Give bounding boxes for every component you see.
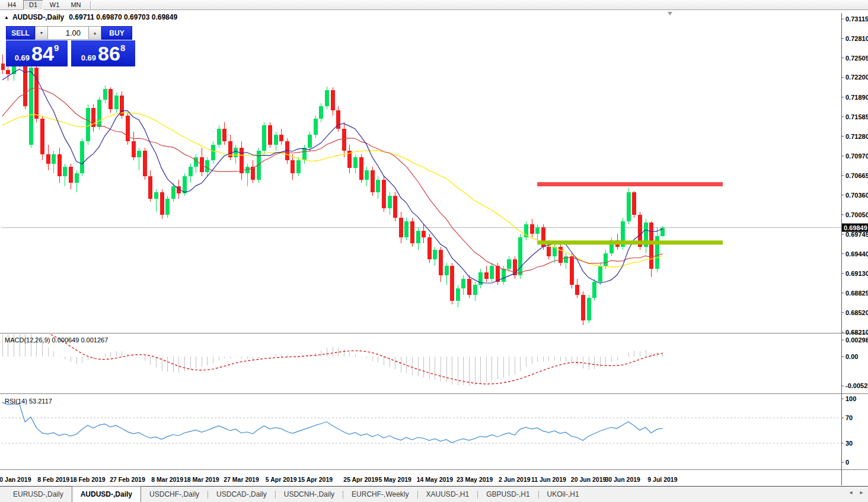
timeframe-button-mn[interactable]: MN <box>66 0 86 10</box>
buy-price-big: 86 <box>98 42 120 65</box>
chart-tab-usdcad-daily[interactable]: USDCAD-,Daily <box>208 487 275 502</box>
chevron-up-icon: ▲ <box>93 31 97 35</box>
volume-increase-button[interactable]: ▲ <box>88 26 101 40</box>
chart-title: ▲ AUDUSD-,Daily 0.69711 0.69870 0.69703 … <box>4 13 177 21</box>
chart-tab-ukoil-h1[interactable]: UKOil-,H1 <box>539 487 588 502</box>
price-axis[interactable] <box>842 11 868 469</box>
collapse-panel-arrow-icon[interactable]: ▲ <box>4 15 9 20</box>
chart-tabs: EURUSD-,DailyAUDUSD-,DailyUSDCHF-,DailyU… <box>5 487 588 502</box>
chart-tab-xauusd-h1[interactable]: XAUUSD-,H1 <box>418 487 478 502</box>
sell-price-pip: 9 <box>54 43 59 53</box>
volume-input[interactable] <box>48 26 88 40</box>
volume-decrease-button[interactable]: ▼ <box>35 26 48 40</box>
chart-tab-eurusd-daily[interactable]: EURUSD-,Daily <box>5 487 72 502</box>
chart-tab-gbpusd-h1[interactable]: GBPUSD-,H1 <box>478 487 538 502</box>
rsi-label: RSI(14) 53.2117 <box>5 398 52 405</box>
chart-tab-audusd-daily[interactable]: AUDUSD-,Daily <box>72 486 141 502</box>
chart-symbol-label: AUDUSD-,Daily <box>12 13 64 21</box>
buy-price-prefix: 0.69 <box>81 53 96 62</box>
chart-background <box>0 10 868 486</box>
buy-price-pip: 8 <box>120 43 125 53</box>
timeframe-toolbar: H4D1W1MN <box>0 0 868 10</box>
toolbar-separator <box>90 1 91 9</box>
timeframe-button-w1[interactable]: W1 <box>44 0 65 10</box>
timeframe-buttons: H4D1W1MN <box>2 0 87 10</box>
support-line[interactable] <box>537 240 723 244</box>
resistance-line[interactable] <box>537 182 723 186</box>
tab-scroll-left-icon[interactable]: ◂ <box>847 489 854 495</box>
buy-button[interactable]: BUY <box>101 26 132 40</box>
sell-price-box[interactable]: 0.69 84 9 <box>6 40 68 66</box>
macd-label: MACD(12,26,9) 0.000649 0.001267 <box>5 336 108 344</box>
chart-tab-usdchf-daily[interactable]: USDCHF-,Daily <box>141 487 208 502</box>
sell-price-big: 84 <box>31 42 54 65</box>
chart-canvas[interactable]: 0.731150.728100.725050.722000.718900.715… <box>0 0 868 502</box>
timeframe-button-h4[interactable]: H4 <box>2 0 22 10</box>
chart-tab-bar: EURUSD-,DailyAUDUSD-,DailyUSDCHF-,DailyU… <box>0 486 868 502</box>
chart-tab-usdcnh-daily[interactable]: USDCNH-,Daily <box>276 487 343 502</box>
sell-button[interactable]: SELL <box>6 26 35 40</box>
time-axis[interactable] <box>0 470 841 485</box>
tab-scroll-right-icon[interactable]: ▸ <box>858 489 865 495</box>
chart-tab-eurchf-weekly[interactable]: EURCHF-,Weekly <box>343 487 417 502</box>
timeframe-button-d1[interactable]: D1 <box>23 0 43 10</box>
chevron-down-icon: ▼ <box>40 31 44 35</box>
one-click-trade-panel: SELL ▼ ▲ BUY 0.69 84 9 0.69 86 8 <box>6 26 135 66</box>
chart-ohlc-values: 0.69711 0.69870 0.69703 0.69849 <box>69 13 177 21</box>
sell-price-prefix: 0.69 <box>15 53 30 62</box>
buy-price-box[interactable]: 0.69 86 8 <box>71 40 135 66</box>
